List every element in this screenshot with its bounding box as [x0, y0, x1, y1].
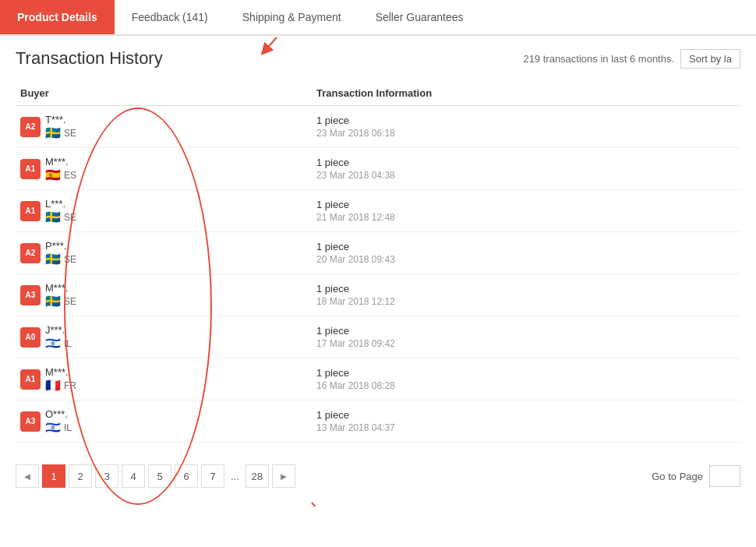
buyer-name: M***.: [45, 282, 76, 294]
transaction-summary: 219 transactions in last 6 months. Sort …: [523, 49, 740, 69]
table-row: A2 T***. 🇸🇪 SE 1 piece 23 Mar 2018 06:18: [16, 106, 740, 148]
col-transaction-info: Transaction Information: [312, 81, 740, 106]
tx-piece: 1 piece: [316, 115, 736, 126]
table-row: A2 P***. 🇸🇪 SE 1 piece 20 Mar 2018 09:43: [16, 232, 740, 274]
tx-date: 23 Mar 2018 06:18: [316, 128, 736, 139]
buyer-name: M***.: [45, 156, 76, 168]
tx-date: 18 Mar 2018 12:12: [316, 296, 736, 307]
buyer-name: L***.: [45, 198, 76, 210]
prev-page-button[interactable]: ◄: [16, 464, 39, 488]
avatar: A1: [20, 369, 41, 390]
flag-icon: 🇸🇪: [45, 127, 61, 139]
flag-icon: 🇮🇱: [45, 422, 61, 434]
table-row: A1 M***. 🇫🇷 FR 1 piece 16 Mar 2018 08:28: [16, 358, 740, 401]
avatar: A1: [20, 201, 41, 221]
buyer-name: T***.: [45, 114, 76, 125]
tx-date: 21 Mar 2018 12:48: [316, 212, 736, 223]
buyer-country: 🇸🇪 SE: [45, 127, 76, 139]
flag-icon: 🇸🇪: [45, 253, 61, 266]
page-title: Transaction History: [16, 48, 163, 69]
tx-date: 20 Mar 2018 09:43: [316, 254, 736, 265]
flag-icon: 🇸🇪: [45, 211, 61, 224]
buyer-info: M***. 🇪🇸 ES: [45, 156, 76, 182]
buyer-country: 🇪🇸 ES: [45, 169, 76, 182]
tx-piece: 1 piece: [316, 325, 736, 337]
tab-bar: Product Details Feedback (141) Shipping …: [0, 0, 756, 36]
buyer-country: 🇮🇱 IL: [45, 337, 72, 350]
buyer-country: 🇸🇪 SE: [45, 295, 76, 308]
flag-icon: 🇪🇸: [45, 169, 61, 182]
avatar: A2: [20, 243, 41, 263]
buyer-info: L***. 🇸🇪 SE: [45, 198, 76, 224]
buyer-name: P***.: [45, 240, 76, 252]
page-ellipsis: ...: [228, 471, 242, 482]
avatar: A3: [20, 285, 41, 305]
country-code: IL: [64, 338, 72, 349]
page-5-button[interactable]: 5: [148, 464, 171, 488]
tx-date: 17 Mar 2018 09:42: [316, 338, 736, 349]
country-code: SE: [64, 128, 76, 139]
page-7-button[interactable]: 7: [201, 464, 224, 488]
transaction-count: 219 transactions in last 6 months.: [523, 53, 674, 65]
main-content: Transaction History 219 transactions in …: [0, 36, 756, 506]
page-6-button[interactable]: 6: [175, 464, 198, 488]
buyer-info: J***. 🇮🇱 IL: [45, 324, 72, 350]
country-code: ES: [64, 170, 76, 181]
page-buttons: ◄ 1 2 3 4 5 6 7 ... 28 ►: [16, 464, 295, 488]
country-code: IL: [64, 422, 72, 433]
tab-product-details[interactable]: Product Details: [0, 0, 115, 34]
country-code: SE: [64, 212, 76, 223]
last-page-button[interactable]: 28: [246, 464, 269, 488]
table-row: A3 M***. 🇸🇪 SE 1 piece 18 Mar 2018 12:12: [16, 274, 740, 316]
table-row: A3 O***. 🇮🇱 IL 1 piece 13 Mar 2018 04:37: [16, 401, 740, 443]
table-row: A1 M***. 🇪🇸 ES 1 piece 23 Mar 2018 04:38: [16, 148, 740, 190]
goto-page: Go to Page: [652, 465, 740, 487]
tx-date: 16 Mar 2018 08:28: [316, 380, 736, 391]
avatar: A3: [20, 411, 41, 432]
tx-piece: 1 piece: [316, 409, 736, 421]
buyer-name: M***.: [45, 366, 76, 378]
tab-feedback[interactable]: Feedback (141): [115, 0, 225, 34]
buyer-country: 🇫🇷 FR: [45, 379, 76, 392]
flag-icon: 🇫🇷: [45, 379, 61, 392]
country-code: SE: [64, 254, 76, 265]
buyer-info: M***. 🇸🇪 SE: [45, 282, 76, 308]
tx-piece: 1 piece: [316, 367, 736, 379]
page-2-button[interactable]: 2: [69, 464, 92, 488]
page-4-button[interactable]: 4: [122, 464, 145, 488]
tx-piece: 1 piece: [316, 199, 736, 210]
tab-seller[interactable]: Seller Guarantees: [359, 0, 481, 34]
goto-label: Go to Page: [652, 471, 703, 482]
avatar: A2: [20, 117, 41, 137]
next-page-button[interactable]: ►: [272, 464, 295, 488]
flag-icon: 🇸🇪: [45, 295, 61, 308]
buyer-country: 🇮🇱 IL: [45, 422, 72, 434]
tx-piece: 1 piece: [316, 157, 736, 168]
tab-shipping[interactable]: Shipping & Payment: [225, 0, 359, 34]
header-row: Transaction History 219 transactions in …: [16, 48, 740, 69]
buyer-country: 🇸🇪 SE: [45, 253, 76, 266]
buyer-info: O***. 🇮🇱 IL: [45, 408, 72, 434]
sort-button[interactable]: Sort by la: [680, 49, 740, 69]
country-code: SE: [64, 296, 76, 307]
buyer-name: J***.: [45, 324, 72, 336]
tx-piece: 1 piece: [316, 283, 736, 295]
col-buyer: Buyer: [16, 81, 312, 106]
table-row: A1 L***. 🇸🇪 SE 1 piece 21 Mar 2018 12:48: [16, 190, 740, 232]
buyer-info: T***. 🇸🇪 SE: [45, 114, 76, 139]
buyer-info: P***. 🇸🇪 SE: [45, 240, 76, 266]
tx-date: 13 Mar 2018 04:37: [316, 422, 736, 433]
buyer-name: O***.: [45, 408, 72, 420]
avatar: A1: [20, 159, 41, 179]
buyer-info: M***. 🇫🇷 FR: [45, 366, 76, 392]
page-1-button[interactable]: 1: [42, 464, 65, 488]
buyer-country: 🇸🇪 SE: [45, 211, 76, 224]
tx-piece: 1 piece: [316, 241, 736, 252]
country-code: FR: [64, 380, 76, 391]
pagination: ◄ 1 2 3 4 5 6 7 ... 28 ► Go to Page: [16, 458, 740, 494]
page-3-button[interactable]: 3: [95, 464, 118, 488]
tx-date: 23 Mar 2018 04:38: [316, 170, 736, 181]
transaction-table: Buyer Transaction Information A2 T***. 🇸…: [16, 81, 740, 443]
avatar: A0: [20, 327, 41, 348]
goto-input[interactable]: [709, 465, 740, 487]
